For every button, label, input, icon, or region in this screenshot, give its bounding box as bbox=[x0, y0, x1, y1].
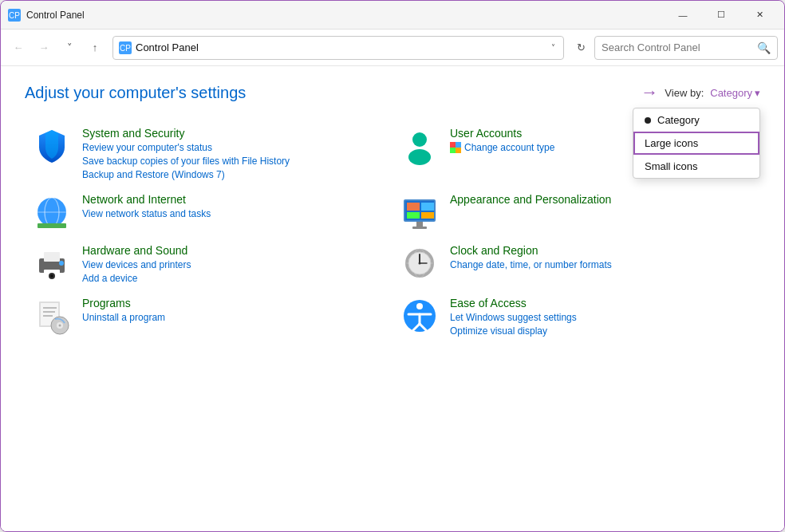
svg-rect-18 bbox=[407, 212, 420, 219]
category-hardware-sound[interactable]: Hardware and Sound View devices and prin… bbox=[25, 239, 392, 289]
appearance-text: Appearance and Personalization bbox=[450, 193, 611, 206]
clock-region-icon bbox=[400, 244, 439, 282]
svg-point-5 bbox=[408, 149, 431, 165]
address-bar: CP Control Panel ˅ bbox=[112, 36, 564, 60]
nav-bar: ← → ˅ ↑ CP Control Panel ˅ ↻ 🔍 bbox=[1, 30, 784, 66]
title-bar: CP Control Panel — ☐ ✕ bbox=[1, 1, 784, 30]
view-by-dropdown-button[interactable]: Category ▾ bbox=[710, 87, 760, 99]
svg-rect-7 bbox=[456, 142, 461, 148]
clock-region-text: Clock and Region Change date, time, or n… bbox=[450, 244, 612, 270]
svg-rect-17 bbox=[421, 203, 434, 211]
view-by-area: → View by: Category ▾ bbox=[641, 82, 760, 103]
title-bar-app-icon: CP bbox=[7, 8, 22, 22]
category-network-internet[interactable]: Network and Internet View network status… bbox=[25, 188, 392, 236]
programs-title[interactable]: Programs bbox=[82, 297, 165, 309]
dropdown-item-small-icons-label: Small icons bbox=[645, 160, 697, 172]
view-by-arrow: ▾ bbox=[755, 87, 760, 99]
main-content: Adjust your computer's settings → View b… bbox=[1, 66, 784, 531]
system-security-link-1[interactable]: Review your computer's status bbox=[82, 142, 290, 153]
back-button[interactable]: ← bbox=[7, 37, 30, 59]
svg-rect-20 bbox=[416, 222, 423, 227]
network-internet-text: Network and Internet View network status… bbox=[82, 193, 211, 219]
svg-rect-23 bbox=[44, 252, 60, 262]
network-internet-icon bbox=[33, 193, 71, 231]
svg-point-4 bbox=[412, 132, 427, 147]
refresh-button[interactable]: ↻ bbox=[570, 37, 591, 58]
category-appearance[interactable]: Appearance and Personalization bbox=[392, 188, 760, 236]
address-bar-icon: CP bbox=[118, 41, 132, 55]
up-button[interactable]: ↑ bbox=[84, 37, 106, 59]
maximize-button[interactable]: ☐ bbox=[703, 3, 740, 27]
category-clock-region[interactable]: Clock and Region Change date, time, or n… bbox=[392, 239, 760, 289]
hardware-sound-title[interactable]: Hardware and Sound bbox=[82, 244, 191, 257]
title-bar-buttons: — ☐ ✕ bbox=[665, 3, 778, 27]
svg-rect-9 bbox=[456, 148, 461, 153]
search-button[interactable]: 🔍 bbox=[757, 41, 771, 54]
network-internet-title[interactable]: Network and Internet bbox=[82, 193, 211, 206]
ease-access-text: Ease of Access Let Windows suggest setti… bbox=[450, 297, 577, 337]
svg-rect-13 bbox=[37, 223, 66, 228]
hardware-sound-link-2[interactable]: Add a device bbox=[82, 273, 191, 284]
category-ease-access[interactable]: Ease of Access Let Windows suggest setti… bbox=[392, 292, 760, 341]
control-panel-window: CP Control Panel — ☐ ✕ ← → ˅ ↑ CP Contro… bbox=[0, 0, 785, 532]
dropdown-item-large-icons[interactable]: Large icons bbox=[633, 132, 759, 155]
user-accounts-icon bbox=[400, 127, 439, 165]
change-account-shield-icon bbox=[450, 142, 461, 153]
programs-text: Programs Uninstall a program bbox=[82, 297, 165, 323]
svg-rect-21 bbox=[412, 227, 427, 229]
clock-region-link-1[interactable]: Change date, time, or number formats bbox=[450, 259, 612, 270]
view-by-value: Category bbox=[710, 87, 752, 99]
system-security-title[interactable]: System and Security bbox=[82, 127, 290, 140]
clock-region-title[interactable]: Clock and Region bbox=[450, 244, 612, 257]
svg-point-44 bbox=[416, 303, 423, 309]
system-security-link-2[interactable]: Save backup copies of your files with Fi… bbox=[82, 156, 290, 167]
view-by-dropdown-menu: Category Large icons Small icons bbox=[633, 108, 760, 179]
system-security-link-3[interactable]: Backup and Restore (Windows 7) bbox=[82, 169, 290, 180]
svg-text:CP: CP bbox=[9, 11, 20, 20]
dropdown-item-category[interactable]: Category bbox=[633, 108, 759, 132]
ease-access-link-2[interactable]: Optimize visual display bbox=[450, 325, 577, 337]
user-accounts-link-1[interactable]: Change account type bbox=[464, 142, 554, 153]
dropdown-item-small-icons[interactable]: Small icons bbox=[633, 155, 759, 178]
title-bar-text: Control Panel bbox=[26, 10, 660, 21]
search-input[interactable] bbox=[602, 41, 754, 53]
dropdown-item-large-icons-label: Large icons bbox=[645, 137, 698, 149]
user-accounts-text: User Accounts Change account type bbox=[450, 127, 554, 153]
dropdown-item-category-label: Category bbox=[657, 114, 700, 126]
system-security-text: System and Security Review your computer… bbox=[82, 127, 290, 180]
svg-text:CP: CP bbox=[120, 44, 131, 53]
minimize-button[interactable]: — bbox=[665, 3, 701, 27]
svg-rect-8 bbox=[450, 148, 456, 153]
svg-rect-16 bbox=[407, 203, 420, 211]
ease-access-title[interactable]: Ease of Access bbox=[450, 297, 577, 309]
search-bar: 🔍 bbox=[594, 36, 778, 60]
address-bar-text: Control Panel bbox=[136, 41, 545, 53]
bullet-icon bbox=[645, 117, 651, 124]
system-security-icon bbox=[33, 127, 71, 165]
appearance-title[interactable]: Appearance and Personalization bbox=[450, 193, 611, 206]
svg-rect-19 bbox=[421, 212, 434, 219]
svg-point-25 bbox=[59, 261, 64, 266]
ease-access-link-1[interactable]: Let Windows suggest settings bbox=[450, 312, 577, 323]
forward-button[interactable]: → bbox=[33, 37, 55, 59]
appearance-icon bbox=[400, 193, 439, 231]
hardware-sound-link-1[interactable]: View devices and printers bbox=[82, 259, 191, 270]
nav-dropdown-button[interactable]: ˅ bbox=[58, 37, 81, 59]
close-button[interactable]: ✕ bbox=[741, 3, 778, 27]
view-by-arrow-icon: → bbox=[641, 82, 658, 103]
page-header: Adjust your computer's settings → View b… bbox=[25, 82, 760, 103]
address-dropdown-button[interactable]: ˅ bbox=[548, 41, 558, 53]
category-system-security[interactable]: System and Security Review your computer… bbox=[25, 122, 392, 185]
svg-point-27 bbox=[50, 274, 53, 278]
programs-icon bbox=[33, 297, 71, 335]
svg-point-42 bbox=[59, 325, 61, 327]
category-programs[interactable]: Programs Uninstall a program bbox=[25, 292, 392, 341]
view-by-label: View by: bbox=[665, 87, 704, 99]
ease-access-icon bbox=[400, 297, 439, 335]
user-accounts-title[interactable]: User Accounts bbox=[450, 127, 554, 140]
hardware-sound-text: Hardware and Sound View devices and prin… bbox=[82, 244, 191, 284]
programs-link-1[interactable]: Uninstall a program bbox=[82, 312, 165, 323]
page-title: Adjust your computer's settings bbox=[25, 84, 246, 102]
hardware-sound-icon bbox=[33, 244, 71, 282]
network-internet-link-1[interactable]: View network status and tasks bbox=[82, 208, 211, 219]
